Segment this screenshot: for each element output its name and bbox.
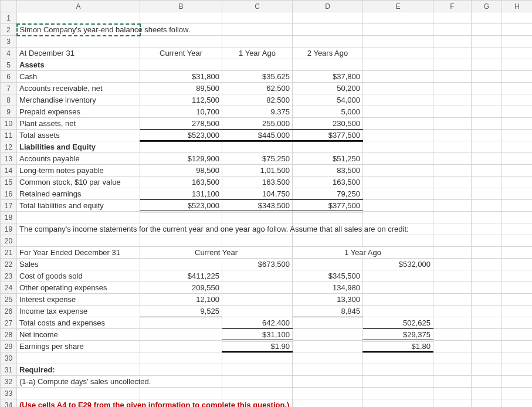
cell[interactable]	[472, 177, 502, 188]
cell[interactable]	[502, 317, 533, 329]
cell[interactable]: Current Year	[140, 247, 293, 259]
cell[interactable]: $37,800	[293, 71, 363, 83]
cell[interactable]	[502, 188, 533, 200]
cell[interactable]	[472, 153, 502, 165]
cell[interactable]: $1.90	[222, 341, 293, 352]
cell[interactable]: $343,500	[222, 200, 293, 212]
cell[interactable]	[433, 364, 472, 376]
cell[interactable]	[17, 12, 140, 24]
cell[interactable]: 131,100	[140, 188, 222, 200]
cell[interactable]: Current Year	[140, 48, 222, 59]
cell[interactable]: Long-term notes payable	[17, 165, 140, 177]
cell[interactable]: Assets	[17, 59, 140, 71]
row-header[interactable]: 16	[1, 188, 17, 200]
cell[interactable]	[472, 352, 502, 364]
cell[interactable]	[17, 388, 140, 399]
cell[interactable]	[222, 24, 293, 36]
cell[interactable]	[433, 329, 472, 341]
cell[interactable]	[502, 376, 533, 388]
row-header[interactable]: 9	[1, 106, 17, 118]
cell[interactable]	[222, 270, 293, 282]
cell[interactable]	[140, 352, 222, 364]
cell[interactable]: Retained earnings	[17, 188, 140, 200]
row-header[interactable]: 4	[1, 48, 17, 59]
cell[interactable]	[140, 12, 222, 24]
cell[interactable]	[472, 24, 502, 36]
cell[interactable]: (Use cells A4 to E29 from the given info…	[17, 399, 140, 408]
cell[interactable]	[502, 200, 533, 212]
cell[interactable]	[433, 141, 472, 153]
cell[interactable]	[502, 71, 533, 83]
cell[interactable]	[433, 130, 472, 141]
cell[interactable]	[433, 177, 472, 188]
cell[interactable]: 112,500	[140, 94, 222, 106]
cell[interactable]	[433, 247, 472, 259]
cell[interactable]: 83,500	[293, 165, 363, 177]
cell[interactable]	[502, 24, 533, 36]
cell[interactable]	[363, 388, 433, 399]
cell[interactable]	[363, 130, 433, 141]
row-header[interactable]: 33	[1, 388, 17, 399]
cell[interactable]: Total liabilities and equity	[17, 200, 140, 212]
cell[interactable]	[293, 12, 363, 24]
cell[interactable]	[363, 177, 433, 188]
cell[interactable]	[363, 36, 433, 48]
cell[interactable]	[472, 165, 502, 177]
cell[interactable]	[363, 48, 433, 59]
cell[interactable]	[433, 306, 472, 317]
cell[interactable]	[502, 306, 533, 317]
cell[interactable]	[472, 48, 502, 59]
cell[interactable]	[502, 94, 533, 106]
cell[interactable]	[472, 399, 502, 408]
cell[interactable]	[140, 36, 222, 48]
cell[interactable]	[293, 24, 363, 36]
cell[interactable]: Accounts receivable, net	[17, 83, 140, 94]
cell[interactable]	[363, 282, 433, 294]
cell[interactable]	[502, 259, 533, 270]
cell[interactable]	[222, 294, 293, 306]
cell[interactable]	[502, 282, 533, 294]
cell[interactable]	[502, 388, 533, 399]
cell[interactable]	[433, 12, 472, 24]
cell[interactable]: 502,625	[363, 317, 433, 329]
cell[interactable]: $377,500	[293, 200, 363, 212]
cell[interactable]	[433, 235, 472, 247]
cell[interactable]	[222, 235, 293, 247]
cell[interactable]	[472, 388, 502, 399]
cell[interactable]	[472, 130, 502, 141]
row-header[interactable]: 6	[1, 71, 17, 83]
cell[interactable]	[472, 36, 502, 48]
cell[interactable]: 9,525	[140, 306, 222, 317]
cell[interactable]	[472, 94, 502, 106]
cell[interactable]	[502, 364, 533, 376]
cell[interactable]	[433, 270, 472, 282]
cell[interactable]: Interest expense	[17, 294, 140, 306]
cell[interactable]	[293, 376, 363, 388]
cell[interactable]: $1.80	[363, 341, 433, 352]
cell[interactable]: Required:	[17, 364, 140, 376]
cell[interactable]	[433, 259, 472, 270]
cell[interactable]	[502, 329, 533, 341]
col-header-D[interactable]: D	[293, 1, 363, 12]
row-header[interactable]: 18	[1, 212, 17, 223]
row-header[interactable]: 21	[1, 247, 17, 259]
row-header[interactable]: 17	[1, 200, 17, 212]
cell[interactable]	[363, 364, 433, 376]
row-header[interactable]: 7	[1, 83, 17, 94]
cell[interactable]: 278,500	[140, 118, 222, 130]
cell[interactable]	[472, 223, 502, 235]
cell[interactable]	[140, 388, 222, 399]
cell[interactable]	[433, 352, 472, 364]
cell[interactable]: $35,625	[222, 71, 293, 83]
cell[interactable]	[222, 282, 293, 294]
cell[interactable]	[363, 24, 433, 36]
cell[interactable]	[472, 341, 502, 352]
cell[interactable]	[363, 83, 433, 94]
cell[interactable]	[472, 200, 502, 212]
spreadsheet-grid[interactable]: A B C D E F G H 1 2 Simon Company's year…	[0, 0, 532, 407]
cell[interactable]	[363, 106, 433, 118]
cell[interactable]	[293, 352, 363, 364]
cell[interactable]	[363, 352, 433, 364]
cell[interactable]	[363, 118, 433, 130]
cell[interactable]	[502, 235, 533, 247]
